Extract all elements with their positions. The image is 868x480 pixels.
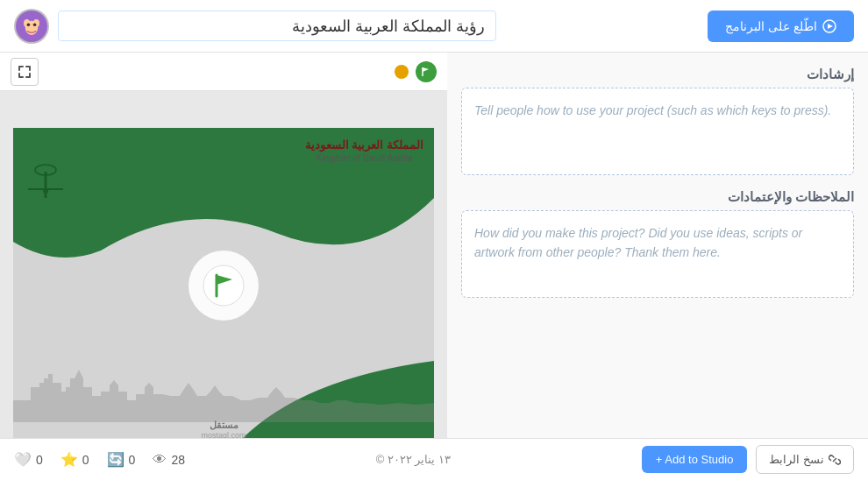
footer: 🤍 0 ⭐ 0 🔄 0 👁 28 ١٣ يناير ٢٠٢٢ © + Add: [0, 438, 868, 480]
avatar: [14, 9, 49, 44]
instructions-section: إرشادات Tell people how to use your proj…: [461, 67, 854, 175]
fullscreen-icon: [18, 66, 31, 78]
instructions-textarea[interactable]: Tell people how to use your project (suc…: [461, 88, 854, 175]
play-button[interactable]: [189, 251, 259, 321]
notes-section: الملاحظات والإعتمادات How did you make t…: [461, 189, 854, 298]
date-display: ١٣ يناير ٢٠٢٢ ©: [376, 453, 451, 466]
svg-point-12: [203, 265, 244, 306]
eye-icon: 👁: [153, 452, 167, 468]
header-left: [14, 9, 496, 44]
remix-count: 0: [129, 453, 136, 467]
toolbar: [0, 53, 447, 91]
saudi-english-name: Kingdom of Saudi Arabia: [305, 153, 423, 163]
watermark: مستقل mostaql.com: [201, 420, 245, 440]
remix-stat: 🔄 0: [107, 451, 136, 468]
svg-point-4: [27, 23, 31, 26]
flag-small-icon: [420, 66, 432, 78]
footer-stats: 🤍 0 ⭐ 0 🔄 0 👁 28: [14, 451, 185, 468]
fullscreen-button[interactable]: [11, 58, 39, 86]
saudi-arabic-name: المملكة العربية السعودية: [305, 138, 423, 152]
heart-icon: 🤍: [14, 451, 32, 468]
header: اطّلع على البرنامج: [0, 0, 868, 53]
add-to-studio-button[interactable]: + Add to Studio: [642, 446, 748, 473]
saudi-emblem: [24, 154, 68, 210]
love-count: 0: [36, 453, 43, 467]
footer-actions: + Add to Studio نسخ الرابط: [642, 445, 854, 474]
preview-area: المملكة العربية السعودية Kingdom of Saud…: [0, 91, 447, 480]
notes-textarea[interactable]: How did you make this project? Did you u…: [461, 210, 854, 298]
right-panel: إرشادات Tell people how to use your proj…: [447, 53, 868, 480]
scene: المملكة العربية السعودية Kingdom of Saud…: [13, 128, 434, 443]
notes-title: الملاحظات والإعتمادات: [461, 189, 854, 205]
saudi-logo-area: المملكة العربية السعودية Kingdom of Saud…: [305, 138, 423, 163]
svg-point-5: [33, 23, 37, 26]
svg-point-11: [43, 188, 48, 194]
love-stat: 🤍 0: [14, 451, 43, 468]
svg-marker-7: [828, 24, 833, 29]
star-stat: ⭐ 0: [60, 451, 89, 468]
main-content: المملكة العربية السعودية Kingdom of Saud…: [0, 53, 868, 480]
toolbar-left: [11, 58, 39, 86]
city-silhouette: [13, 361, 434, 426]
city-svg: [13, 361, 434, 422]
project-image: المملكة العربية السعودية Kingdom of Saud…: [13, 128, 434, 443]
view-stat: 👁 28: [153, 452, 185, 468]
star-icon: ⭐: [60, 451, 78, 468]
green-indicator: [416, 61, 437, 82]
project-title-input[interactable]: [58, 11, 496, 41]
left-panel: المملكة العربية السعودية Kingdom of Saud…: [0, 53, 447, 480]
see-project-button[interactable]: اطّلع على البرنامج: [708, 11, 854, 42]
emblem-svg: [24, 154, 68, 207]
link-icon: [829, 454, 841, 466]
star-count: 0: [82, 453, 89, 467]
remix-icon: 🔄: [107, 451, 125, 468]
play-icon: [822, 19, 836, 33]
orange-indicator: [395, 65, 409, 79]
copy-link-button[interactable]: نسخ الرابط: [756, 445, 854, 474]
green-flag-icon: [203, 265, 245, 307]
toolbar-right: [395, 61, 437, 82]
view-count: 28: [171, 453, 185, 467]
instructions-title: إرشادات: [461, 67, 854, 82]
